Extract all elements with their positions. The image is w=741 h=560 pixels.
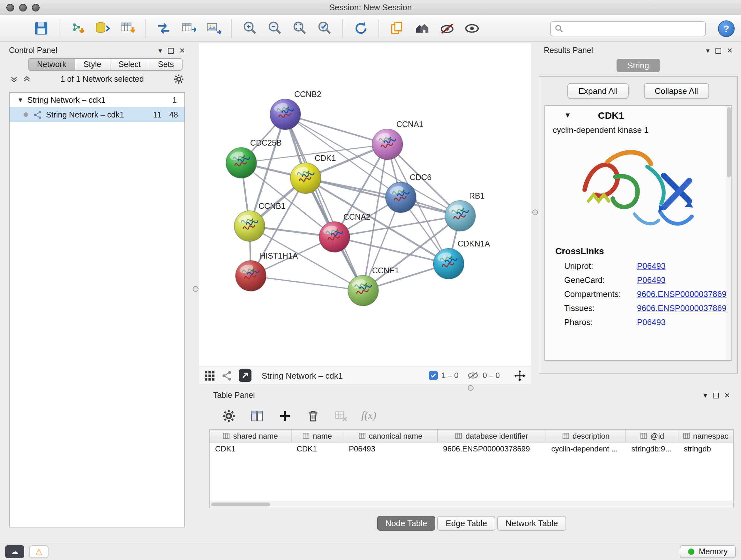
- network-canvas[interactable]: CCNB2CCNA1CDC25BCDK1CDC6RB1CCNB1CCNA2CDK…: [199, 44, 531, 367]
- save-session-button[interactable]: [31, 19, 51, 38]
- panel-float-icon[interactable]: [168, 48, 174, 53]
- splitter-handle[interactable]: [532, 209, 538, 215]
- network-bullet-icon: [23, 112, 28, 117]
- export-image-button[interactable]: [204, 19, 223, 38]
- help-button[interactable]: ?: [718, 20, 735, 37]
- birdseye-icon[interactable]: [204, 370, 215, 381]
- panel-collapse-icon[interactable]: ▾: [158, 47, 162, 54]
- cell-description: cyclin-dependent ...: [546, 442, 626, 455]
- main-area: Control Panel ▾ ✕ NetworkStyleSelectSets…: [0, 42, 741, 543]
- section-disclosure-icon[interactable]: ▼: [564, 111, 571, 119]
- results-scrollbar[interactable]: [726, 106, 731, 360]
- crosslink-link[interactable]: P06493: [637, 317, 666, 327]
- zoom-in-icon: [241, 20, 258, 37]
- node-label: CDK1: [315, 153, 336, 163]
- table-scrollbar-thumb[interactable]: [211, 503, 270, 506]
- zoom-in-button[interactable]: [240, 19, 259, 38]
- protein-structure-image: [570, 140, 706, 241]
- node-label: CDKN1A: [458, 239, 490, 248]
- show-columns-button[interactable]: [249, 408, 264, 423]
- crosslink-link[interactable]: 9606.ENSP00000378699: [637, 289, 731, 299]
- network-node-rb1[interactable]: RB1: [445, 191, 485, 231]
- column-header-shared-name[interactable]: shared name: [210, 430, 291, 442]
- column-header-database-identifier[interactable]: database identifier: [438, 430, 546, 442]
- refresh-view-button[interactable]: [351, 19, 370, 38]
- delete-column-button[interactable]: [305, 408, 320, 423]
- export-network-button[interactable]: [154, 19, 173, 38]
- table-settings-button[interactable]: [221, 408, 236, 423]
- panel-float-icon[interactable]: [716, 48, 721, 53]
- tree-disclosure-icon[interactable]: ▼: [17, 97, 23, 104]
- open-session-button[interactable]: [6, 19, 25, 38]
- panel-float-icon[interactable]: [713, 392, 719, 398]
- open-in-window-button[interactable]: [239, 369, 252, 382]
- import-network-database-button[interactable]: [92, 19, 112, 38]
- tab-style[interactable]: Style: [75, 58, 111, 71]
- close-window-button[interactable]: [6, 4, 14, 11]
- export-image-icon: [205, 20, 222, 37]
- zoom-selected-button[interactable]: [315, 19, 334, 38]
- tab-edge-table[interactable]: Edge Table: [437, 516, 495, 531]
- table-row[interactable]: CDK1CDK1P064939606.ENSP00000378699cyclin…: [210, 442, 733, 455]
- collapse-all-icon[interactable]: [10, 75, 18, 83]
- tab-network-table[interactable]: Network Table: [497, 516, 566, 531]
- tab-sets[interactable]: Sets: [150, 58, 183, 71]
- network-node-cdk1[interactable]: CDK1: [290, 153, 336, 193]
- network-collection-row[interactable]: ▼ String Network – cdk1 1: [10, 92, 185, 107]
- zoom-out-button[interactable]: [265, 19, 284, 38]
- crosslink-link[interactable]: P06493: [637, 275, 666, 285]
- search-input[interactable]: [565, 23, 701, 34]
- collapse-all-button[interactable]: Collapse All: [644, 83, 709, 99]
- column-header-canonical-name[interactable]: canonical name: [344, 430, 438, 442]
- tab-select[interactable]: Select: [110, 58, 150, 71]
- create-column-button[interactable]: [277, 408, 292, 423]
- tab-node-table[interactable]: Node Table: [377, 516, 435, 531]
- column-header-id[interactable]: @id: [626, 430, 679, 442]
- panel-close-icon[interactable]: ✕: [179, 47, 185, 54]
- column-header-description[interactable]: description: [546, 430, 626, 442]
- splitter-handle[interactable]: [193, 286, 199, 292]
- network-node-cdkn1a[interactable]: CDKN1A: [433, 239, 490, 279]
- network-node-ccnb2[interactable]: CCNB2: [270, 90, 321, 130]
- hidden-eye-icon[interactable]: [468, 371, 479, 380]
- gear-icon[interactable]: [174, 74, 184, 84]
- column-header-name[interactable]: name: [291, 430, 344, 442]
- results-scrollbar-thumb[interactable]: [727, 107, 731, 178]
- table-horizontal-scrollbar[interactable]: [210, 501, 733, 508]
- expand-all-icon[interactable]: [23, 75, 30, 83]
- panel-close-icon[interactable]: ✕: [727, 47, 733, 54]
- network-node-hist1h1a[interactable]: HIST1H1A: [235, 251, 298, 291]
- panel-collapse-icon[interactable]: ▾: [704, 392, 707, 399]
- network-icon[interactable]: [221, 370, 232, 381]
- crosslink-link[interactable]: P06493: [637, 261, 666, 270]
- selected-nodes-icon[interactable]: [428, 371, 437, 380]
- minimize-window-button[interactable]: [19, 4, 27, 11]
- zoom-fit-button[interactable]: [290, 19, 309, 38]
- search-icon: [555, 24, 563, 33]
- network-node-ccna1[interactable]: CCNA1: [372, 120, 423, 160]
- panel-close-icon[interactable]: ✕: [724, 392, 730, 399]
- duplicate-network-button[interactable]: [387, 19, 407, 38]
- memory-indicator-button[interactable]: Memory: [680, 545, 736, 558]
- column-header-namespac[interactable]: namespac: [678, 430, 733, 442]
- tab-network[interactable]: Network: [28, 58, 75, 71]
- import-network-file-button[interactable]: [68, 19, 87, 38]
- import-table-button[interactable]: [118, 19, 137, 38]
- network-node-ccnb1[interactable]: CCNB1: [234, 201, 286, 241]
- network-row[interactable]: String Network – cdk1 11 48: [10, 107, 185, 122]
- hide-selected-button[interactable]: [437, 19, 456, 38]
- node-label: CCNA1: [396, 120, 423, 129]
- cell-database-identifier: 9606.ENSP00000378699: [438, 442, 546, 455]
- export-table-button[interactable]: [179, 19, 198, 38]
- warnings-button[interactable]: ⚠: [29, 545, 49, 558]
- crosslink-link[interactable]: 9606.ENSP00000378699: [637, 303, 731, 313]
- show-all-button[interactable]: [462, 19, 481, 38]
- panel-collapse-icon[interactable]: ▾: [706, 47, 710, 54]
- cloud-button[interactable]: ☁: [5, 545, 24, 558]
- string-home-button[interactable]: [412, 19, 431, 38]
- move-crosshair-icon[interactable]: [514, 369, 526, 381]
- tab-string[interactable]: String: [616, 59, 660, 72]
- maximize-window-button[interactable]: [32, 4, 40, 11]
- search-box[interactable]: [550, 21, 706, 36]
- expand-all-button[interactable]: Expand All: [568, 83, 629, 99]
